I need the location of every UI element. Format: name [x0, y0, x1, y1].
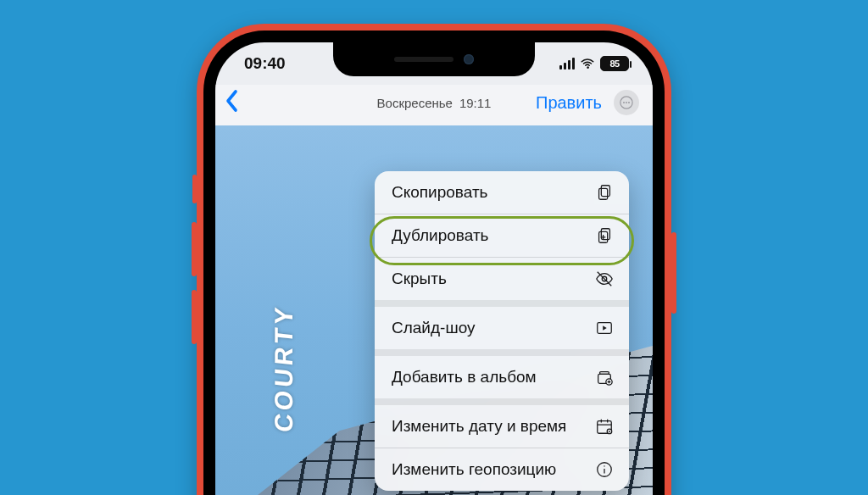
svg-line-11	[598, 272, 612, 286]
wifi-icon	[580, 56, 595, 71]
nav-left	[224, 88, 292, 117]
front-camera	[464, 54, 474, 64]
menu-label-copy: Скопировать	[392, 183, 487, 202]
nav-title: Воскресенье 19:11	[377, 96, 492, 110]
slideshow-icon	[595, 319, 614, 337]
screen: 09:40 85	[215, 42, 653, 495]
menu-label-adjust-location: Изменить геопозицию	[392, 460, 556, 479]
svg-rect-6	[601, 229, 609, 240]
cellular-signal-icon	[559, 58, 575, 70]
menu-item-duplicate[interactable]: Дублировать	[375, 214, 629, 257]
info-icon	[595, 460, 614, 479]
notch	[333, 42, 535, 76]
nav-day: Воскресенье	[377, 96, 453, 110]
menu-item-hide[interactable]: Скрыть	[375, 258, 629, 300]
volume-up	[192, 222, 197, 276]
menu-item-copy[interactable]: Скопировать	[375, 171, 629, 214]
back-button[interactable]	[224, 88, 241, 117]
copy-icon	[595, 183, 614, 202]
volume-down	[192, 290, 197, 344]
menu-label-add-to-album: Добавить в альбом	[392, 368, 537, 387]
hide-icon	[595, 270, 614, 288]
more-button[interactable]	[614, 90, 639, 115]
duplicate-icon	[595, 226, 614, 245]
svg-rect-4	[601, 186, 609, 197]
context-menu: Скопировать Дублировать Скрыть	[375, 171, 629, 491]
svg-point-24	[609, 431, 610, 432]
svg-marker-13	[603, 325, 607, 331]
battery-percent: 85	[609, 58, 619, 69]
menu-item-adjust-date[interactable]: Изменить дату и время	[375, 405, 629, 448]
power-button	[671, 232, 676, 314]
menu-label-duplicate: Дублировать	[392, 226, 489, 245]
add-to-album-icon	[595, 368, 614, 387]
menu-label-slideshow: Слайд-шоу	[392, 319, 476, 337]
speaker-grille	[394, 57, 453, 62]
svg-point-3	[628, 102, 630, 103]
status-icons: 85	[559, 56, 629, 71]
phone-bezel: 09:40 85	[203, 31, 665, 495]
svg-rect-15	[600, 372, 609, 375]
photo-sign-text: COURTY	[270, 303, 298, 433]
menu-label-adjust-date: Изменить дату и время	[392, 417, 566, 436]
svg-point-27	[604, 465, 604, 466]
calendar-icon	[595, 417, 614, 436]
menu-item-add-to-album[interactable]: Добавить в альбом	[375, 356, 629, 398]
mute-switch	[192, 175, 197, 203]
nav-right: Править	[536, 90, 639, 115]
nav-bar: Воскресенье 19:11 Править	[215, 85, 653, 125]
phone-frame: 09:40 85	[197, 24, 671, 495]
battery-icon: 85	[600, 56, 629, 71]
menu-item-adjust-location[interactable]: Изменить геопозицию	[375, 448, 629, 491]
nav-time: 19:11	[459, 96, 492, 110]
edit-button[interactable]: Править	[536, 93, 602, 113]
status-time: 09:40	[244, 54, 286, 73]
menu-label-hide: Скрыть	[392, 270, 447, 288]
svg-point-1	[623, 102, 625, 103]
svg-point-2	[626, 102, 627, 103]
menu-item-slideshow[interactable]: Слайд-шоу	[375, 307, 629, 349]
svg-rect-5	[599, 188, 608, 199]
